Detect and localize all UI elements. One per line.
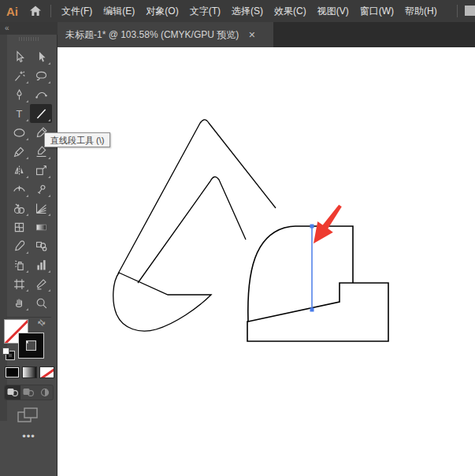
swap-fill-stroke-icon[interactable]: ⇄ (35, 317, 48, 329)
tool-lasso[interactable] (30, 66, 52, 85)
home-icon (29, 6, 42, 17)
tool-shape-builder[interactable] (8, 199, 30, 218)
tab-close-icon[interactable]: ✕ (248, 30, 255, 40)
tool-eyedropper[interactable] (8, 236, 30, 255)
home-button[interactable] (25, 3, 46, 19)
menu-item-6[interactable]: 视图(V) (312, 0, 354, 22)
menu-item-7[interactable]: 窗口(W) (354, 0, 399, 22)
tool-column-graph[interactable] (30, 255, 52, 274)
tool-ellipse[interactable] (8, 123, 30, 142)
draw-inside-mode[interactable] (37, 385, 53, 400)
drawing-modes (4, 385, 54, 400)
tool-puppet-warp[interactable] (30, 180, 52, 199)
draw-normal-icon (7, 388, 18, 397)
menubar-right-separator (457, 5, 458, 17)
tool-slice[interactable] (30, 274, 52, 293)
menubar-separator (50, 5, 51, 17)
tool-line-segment[interactable] (30, 104, 52, 123)
slice-icon (35, 277, 48, 291)
menu-items: 文件(F)编辑(E)对象(O)文字(T)选择(S)效果(C)视图(V)窗口(W)… (56, 0, 443, 22)
tool-artboard[interactable] (8, 274, 30, 293)
dock-edge (0, 35, 7, 421)
lower-body-outline (247, 283, 388, 341)
selection-icon (13, 50, 26, 64)
default-fill-stroke-icon[interactable] (2, 348, 14, 359)
toolbar-separator (6, 317, 51, 318)
draw-behind-mode[interactable] (20, 385, 36, 400)
gradient-button[interactable] (22, 366, 37, 378)
menu-item-4[interactable]: 选择(S) (226, 0, 269, 22)
hand-icon (13, 296, 26, 310)
magic-wand-icon (13, 69, 26, 83)
tool-blend[interactable] (30, 236, 52, 255)
document-tab[interactable]: 未标题-1* @ 103.58% (CMYK/GPU 预览) ✕ (58, 22, 273, 47)
tool-pen[interactable] (8, 85, 30, 104)
tool-grid: T (7, 47, 53, 312)
menu-item-2[interactable]: 对象(O) (140, 0, 184, 22)
menubar: Ai 文件(F)编辑(E)对象(O)文字(T)选择(S)效果(C)视图(V)窗口… (0, 0, 475, 22)
tool-symbol-sprayer[interactable] (8, 255, 30, 274)
panel-grip[interactable] (19, 37, 39, 41)
panel-collapse-strip[interactable]: « (0, 22, 58, 35)
free-transform-icon (35, 164, 48, 177)
illustrator-logo: Ai (0, 5, 25, 18)
artboard-icon (13, 277, 26, 291)
tools-panel: « T ⇄ (0, 22, 58, 476)
menu-item-0[interactable]: 文件(F) (56, 0, 98, 22)
tool-magic-wand[interactable] (8, 66, 30, 85)
menu-item-3[interactable]: 文字(T) (184, 0, 226, 22)
lasso-icon (35, 69, 48, 83)
mesh-icon (13, 221, 26, 234)
shape-builder-icon (13, 202, 26, 215)
line-segment-icon (35, 107, 48, 121)
gradient-icon (35, 221, 48, 234)
edit-toolbar-button[interactable]: ••• (0, 430, 58, 442)
zoom-icon (35, 296, 48, 310)
tool-hand[interactable] (8, 293, 30, 312)
menu-item-5[interactable]: 效果(C) (269, 0, 312, 22)
none-button[interactable] (39, 366, 54, 378)
collapse-panel-icon[interactable]: « (5, 24, 9, 32)
excavator-drawing (58, 47, 475, 476)
menu-item-8[interactable]: 帮助(H) (399, 0, 443, 22)
color-button[interactable] (5, 366, 20, 378)
cab-outline (248, 226, 353, 322)
tool-zoom[interactable] (30, 293, 52, 312)
excavator-arm-inner (138, 177, 246, 283)
reflect-icon (13, 164, 26, 177)
tool-mesh[interactable] (8, 218, 30, 236)
tool-gradient[interactable] (30, 218, 52, 236)
blend-icon (35, 240, 48, 253)
anchor-point-top[interactable] (310, 225, 314, 229)
tool-direct-selection[interactable] (30, 47, 52, 66)
perspective-grid-icon (35, 202, 48, 215)
stroke-color-swatch[interactable] (19, 333, 43, 358)
document-tabbar: 未标题-1* @ 103.58% (CMYK/GPU 预览) ✕ (58, 22, 475, 47)
symbol-sprayer-icon (13, 258, 26, 272)
ellipse-icon (13, 126, 26, 139)
none-slash (39, 366, 54, 378)
svg-text:T: T (16, 107, 22, 119)
tool-curvature[interactable] (30, 85, 52, 104)
tool-free-transform[interactable] (30, 161, 52, 180)
width-icon (13, 183, 26, 196)
artboard-canvas[interactable] (58, 47, 475, 476)
column-graph-icon (35, 258, 48, 272)
pen-icon (13, 88, 26, 102)
anchor-point-bottom[interactable] (310, 308, 314, 312)
tool-selection[interactable] (8, 47, 30, 66)
color-buttons (5, 366, 54, 378)
menu-item-1[interactable]: 编辑(E) (98, 0, 140, 22)
type-icon: T (13, 107, 26, 121)
tool-width[interactable] (8, 180, 30, 199)
tool-perspective-grid[interactable] (30, 199, 52, 218)
excavator-arm-outline (118, 120, 276, 273)
panel-icon-partial[interactable] (465, 6, 475, 16)
document-tab-title: 未标题-1* @ 103.58% (CMYK/GPU 预览) (65, 28, 239, 42)
tool-pencil[interactable] (8, 142, 30, 161)
tool-tooltip: 直线段工具 (\) (44, 132, 110, 147)
tool-reflect[interactable] (8, 161, 30, 180)
draw-normal-mode[interactable] (5, 385, 20, 400)
screen-mode-button[interactable] (17, 407, 39, 423)
tool-type[interactable]: T (8, 104, 30, 123)
